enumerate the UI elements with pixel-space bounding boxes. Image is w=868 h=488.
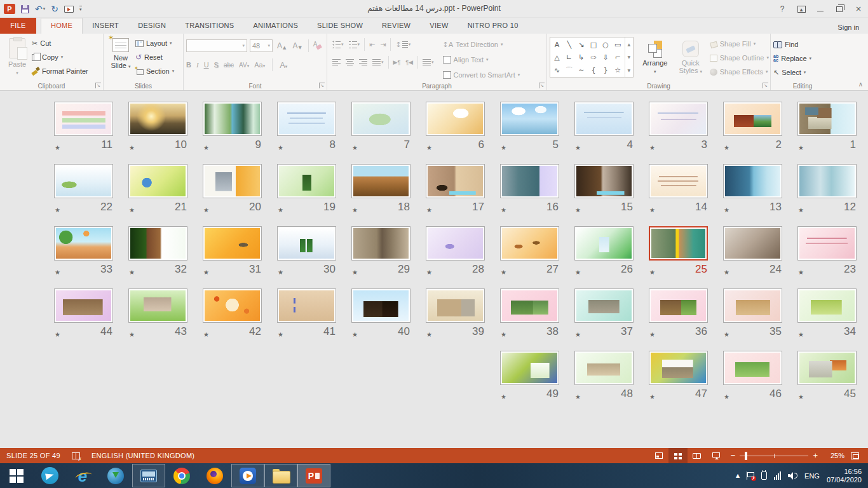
slide-thumbnail-37[interactable]: ★37 <box>574 288 634 339</box>
slide-thumbnail-35[interactable]: ★35 <box>723 288 782 339</box>
slide-thumbnail-46[interactable]: ★46 <box>723 351 782 402</box>
align-center-button[interactable] <box>343 55 356 69</box>
shape-elbow-arrow-connector-icon[interactable]: ↳ <box>578 54 584 61</box>
shape-line-icon[interactable]: ╲ <box>567 41 571 48</box>
align-left-button[interactable] <box>330 55 343 69</box>
taskbar-media-player[interactable] <box>231 464 264 487</box>
slide-image[interactable] <box>797 288 857 323</box>
slide-image[interactable] <box>649 226 708 261</box>
slide-thumbnail-11[interactable]: ★11 <box>54 102 113 152</box>
slide-thumbnail-48[interactable]: ★48 <box>574 351 634 402</box>
slide-image[interactable] <box>500 164 559 198</box>
slide-thumbnail-12[interactable]: ★12 <box>797 164 857 215</box>
shape-line-arrow-icon[interactable]: ↘ <box>578 41 584 48</box>
paragraph-dialog-launcher[interactable]: ↘ <box>539 83 545 88</box>
clipboard-dialog-launcher[interactable]: ↘ <box>95 83 101 88</box>
slide-thumbnail-45[interactable]: ★45 <box>797 351 857 402</box>
decrease-indent-button[interactable]: ⇤ <box>367 37 377 51</box>
slide-image[interactable] <box>351 102 410 136</box>
slide-image[interactable] <box>426 102 485 136</box>
shape-gallery-scrollbar[interactable]: ▲▼▼ <box>625 37 633 77</box>
font-size-combo[interactable]: 48▾ <box>250 39 273 52</box>
shape-scribble-icon[interactable]: ∿ <box>554 67 560 74</box>
taskbar-powerpoint[interactable]: P <box>297 464 330 487</box>
tab-file[interactable]: FILE <box>0 18 36 34</box>
slide-image[interactable] <box>128 226 187 261</box>
normal-view-button[interactable] <box>649 448 668 463</box>
tab-slide-show[interactable]: SLIDE SHOW <box>308 18 372 34</box>
slide-thumbnail-44[interactable]: ★44 <box>54 288 113 339</box>
shape-fill-button[interactable]: Shape Fill▾ <box>710 38 769 50</box>
action-center-flag-icon[interactable]: ✗ <box>747 471 754 480</box>
slide-image[interactable] <box>723 288 782 323</box>
find-button[interactable]: Find <box>773 39 833 50</box>
taskbar-file-explorer[interactable] <box>264 464 297 487</box>
slide-image[interactable] <box>54 102 113 136</box>
shape-left-brace-icon[interactable]: { <box>591 67 595 74</box>
minimize-button[interactable] <box>811 0 830 18</box>
align-text-button[interactable]: Align Text▾ <box>443 53 520 66</box>
shape-curve-icon[interactable]: ∼ <box>578 67 584 74</box>
volume-icon[interactable] <box>788 471 797 480</box>
paste-button[interactable]: Paste▾ <box>3 36 32 80</box>
slide-image[interactable] <box>203 226 262 261</box>
slide-image[interactable] <box>649 164 708 198</box>
section-button[interactable]: Section▾ <box>135 65 174 77</box>
tab-view[interactable]: VIEW <box>420 18 458 34</box>
character-spacing-button[interactable]: AV▾ <box>239 62 249 69</box>
slide-thumbnail-24[interactable]: ★24 <box>723 226 782 277</box>
taskbar-internet-explorer[interactable]: e <box>66 463 99 488</box>
slide-image[interactable] <box>797 164 857 198</box>
input-language[interactable]: ENG <box>804 472 820 480</box>
shrink-font-button[interactable]: A▼ <box>290 41 303 50</box>
slide-image[interactable] <box>277 288 336 323</box>
slide-thumbnail-47[interactable]: ★47 <box>649 351 708 402</box>
slide-thumbnail-10[interactable]: ★10 <box>128 102 187 152</box>
slide-image[interactable] <box>203 102 262 136</box>
slide-image[interactable] <box>351 288 410 323</box>
start-button[interactable] <box>0 463 33 488</box>
slide-thumbnail-25[interactable]: ★25 <box>649 226 708 277</box>
shape-right-brace-icon[interactable]: } <box>604 67 608 74</box>
slide-image[interactable] <box>574 226 634 261</box>
slide-thumbnail-15[interactable]: ★15 <box>574 164 634 215</box>
shape-rectangle-icon[interactable]: □ <box>590 41 597 48</box>
slide-image[interactable] <box>426 288 485 323</box>
reset-button[interactable]: ↺Reset <box>135 51 174 63</box>
slide-image[interactable] <box>203 288 262 323</box>
tab-home[interactable]: HOME <box>41 18 83 34</box>
shape-rounded-rectangle-icon[interactable]: ▭ <box>614 41 621 48</box>
rtl-direction-button[interactable]: ▶¶ <box>391 55 403 69</box>
tab-design[interactable]: DESIGN <box>128 18 175 34</box>
slide-thumbnail-4[interactable]: ★4 <box>574 102 634 152</box>
slide-thumbnail-41[interactable]: ★41 <box>277 288 336 339</box>
taskbar-download-manager[interactable] <box>99 463 132 488</box>
slide-image[interactable] <box>128 288 187 323</box>
taskbar-remote-desktop[interactable] <box>132 464 165 487</box>
format-painter-button[interactable]: Format Painter <box>32 65 88 77</box>
text-direction-button[interactable]: ↕AText Direction▾ <box>443 38 520 51</box>
slide-thumbnail-38[interactable]: ★38 <box>500 288 559 339</box>
shape-outline-button[interactable]: Shape Outline▾ <box>710 52 769 64</box>
slide-image[interactable] <box>649 351 708 385</box>
slide-image[interactable] <box>277 102 336 136</box>
convert-to-smartart-button[interactable]: Convert to SmartArt▾ <box>443 69 520 81</box>
reading-view-button[interactable] <box>688 448 707 463</box>
grow-font-button[interactable]: A▲ <box>275 41 288 50</box>
spell-check-icon[interactable] <box>72 452 80 459</box>
ribbon-display-options-button[interactable]: ▲ <box>792 0 811 18</box>
zoom-slider[interactable] <box>740 456 808 456</box>
fit-slide-to-window-icon[interactable] <box>851 452 859 459</box>
taskbar-firefox[interactable] <box>198 463 231 488</box>
show-hidden-icons[interactable]: ▲ <box>736 473 740 478</box>
shape-isosceles-triangle-icon[interactable]: △ <box>554 54 559 61</box>
justify-button[interactable]: ▾ <box>370 55 386 69</box>
copy-button[interactable]: Copy▾ <box>32 51 88 63</box>
powerpoint-app-icon[interactable]: P <box>4 4 15 14</box>
shape-down-arrow-icon[interactable]: ⇩ <box>603 54 609 61</box>
slide-thumbnail-3[interactable]: ★3 <box>649 102 708 152</box>
zoom-level[interactable]: 25% <box>823 452 844 459</box>
drawing-dialog-launcher[interactable]: ↘ <box>763 83 768 88</box>
sign-in-link[interactable]: Sign in <box>837 24 859 31</box>
bullets-button[interactable]: ▾ <box>330 37 346 51</box>
